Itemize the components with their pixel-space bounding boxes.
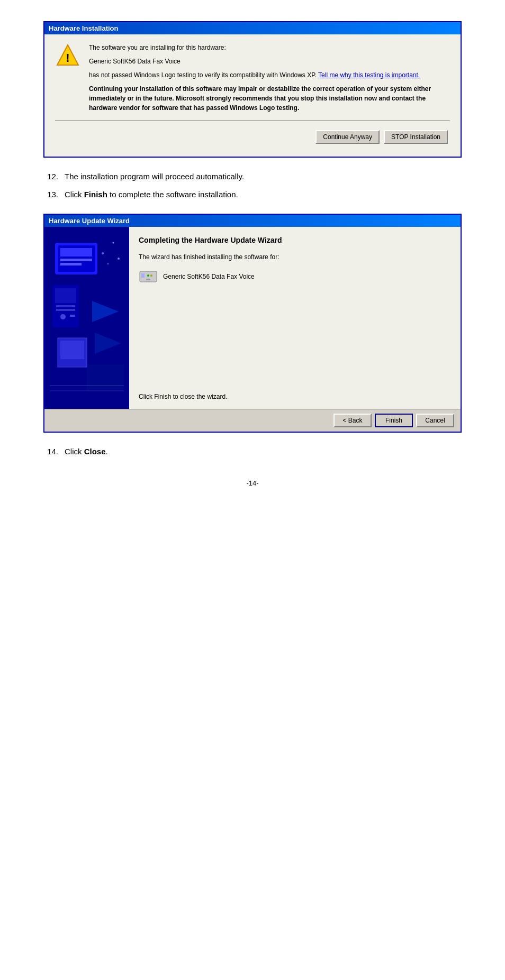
- dialog2-footer: Click Finish to close the wizard.: [139, 351, 451, 400]
- dialog1-content-row: ! The software you are installing for th…: [55, 43, 450, 113]
- step-14-bold: Close: [84, 447, 106, 456]
- svg-point-16: [107, 263, 109, 264]
- warning-icon: !: [55, 43, 80, 113]
- step-12-number: 12.: [43, 170, 58, 183]
- step-14-list: 14. Click Close.: [43, 445, 462, 458]
- svg-rect-20: [87, 364, 124, 391]
- dialog1-warning: Continuing your installation of this sof…: [89, 84, 450, 113]
- step-13-bold: Finish: [84, 190, 107, 199]
- svg-rect-26: [141, 273, 145, 278]
- svg-rect-9: [55, 288, 76, 303]
- step-13-number: 13.: [43, 188, 58, 201]
- step-12: 12. The installation program will procee…: [43, 170, 462, 183]
- svg-rect-6: [60, 259, 92, 261]
- page-number: -14-: [43, 479, 462, 487]
- continue-anyway-button[interactable]: Continue Anyway: [315, 130, 380, 144]
- hardware-update-wizard-dialog: Hardware Update Wizard: [43, 214, 462, 433]
- svg-point-15: [113, 242, 114, 244]
- finish-button[interactable]: Finish: [375, 414, 413, 427]
- dialog2-subtitle: The wizard has finished installing the s…: [139, 253, 451, 261]
- svg-point-17: [118, 258, 120, 260]
- svg-text:!: !: [66, 51, 69, 65]
- svg-point-28: [150, 274, 152, 277]
- page-content: Hardware Installation ! The software you…: [43, 21, 462, 487]
- dialog2-titlebar: Hardware Update Wizard: [44, 215, 461, 227]
- dialog1-divider: [55, 120, 450, 121]
- svg-point-14: [102, 252, 104, 254]
- dialog2-body: Completing the Hardware Update Wizard Th…: [44, 227, 461, 409]
- steps-12-13: 12. The installation program will procee…: [43, 170, 462, 201]
- modem-icon: [139, 267, 158, 286]
- stop-installation-button[interactable]: STOP Installation: [384, 130, 448, 144]
- dialog1-device: Generic SoftK56 Data Fax Voice: [89, 57, 450, 66]
- step-14-number: 14.: [43, 445, 58, 458]
- step-12-text: The installation program will proceed au…: [65, 170, 462, 183]
- dialog1-line2: has not passed Windows Logo testing to v…: [89, 70, 450, 80]
- cancel-button[interactable]: Cancel: [416, 414, 454, 427]
- wizard-main: Completing the Hardware Update Wizard Th…: [129, 227, 461, 409]
- dialog2-device: Generic SoftK56 Data Fax Voice: [163, 273, 255, 280]
- dialog1-line1: The software you are installing for this…: [89, 43, 450, 52]
- dialog2-main-title: Completing the Hardware Update Wizard: [139, 235, 451, 246]
- dialog2-title: Hardware Update Wizard: [49, 217, 130, 225]
- dialog1-text: The software you are installing for this…: [89, 43, 450, 113]
- svg-rect-7: [60, 263, 82, 265]
- svg-point-12: [60, 314, 66, 319]
- svg-rect-22: [60, 341, 84, 359]
- dialog1-title: Hardware Installation: [49, 24, 118, 32]
- back-button[interactable]: < Back: [333, 414, 372, 427]
- hardware-installation-dialog: Hardware Installation ! The software you…: [43, 21, 462, 158]
- dialog1-titlebar: Hardware Installation: [44, 22, 461, 34]
- step-13-text: Click Finish to complete the software in…: [65, 188, 462, 201]
- svg-rect-10: [56, 305, 75, 307]
- dialog1-body: ! The software you are installing for th…: [44, 34, 461, 157]
- logo-test-link[interactable]: Tell me why this testing is important.: [318, 71, 420, 79]
- step-14: 14. Click Close.: [43, 445, 462, 458]
- svg-rect-13: [70, 315, 75, 317]
- svg-rect-5: [60, 248, 92, 257]
- wizard-sidebar-graphic: [44, 227, 129, 407]
- dialog2-device-row: Generic SoftK56 Data Fax Voice: [139, 267, 451, 286]
- dialog2-button-bar: < Back Finish Cancel: [44, 409, 461, 432]
- svg-rect-11: [56, 309, 75, 311]
- svg-rect-29: [146, 279, 150, 280]
- dialog1-buttons: Continue Anyway STOP Installation: [55, 128, 450, 148]
- wizard-sidebar: [44, 227, 129, 409]
- svg-point-27: [147, 274, 149, 277]
- step-13: 13. Click Finish to complete the softwar…: [43, 188, 462, 201]
- step-14-text: Click Close.: [65, 445, 462, 458]
